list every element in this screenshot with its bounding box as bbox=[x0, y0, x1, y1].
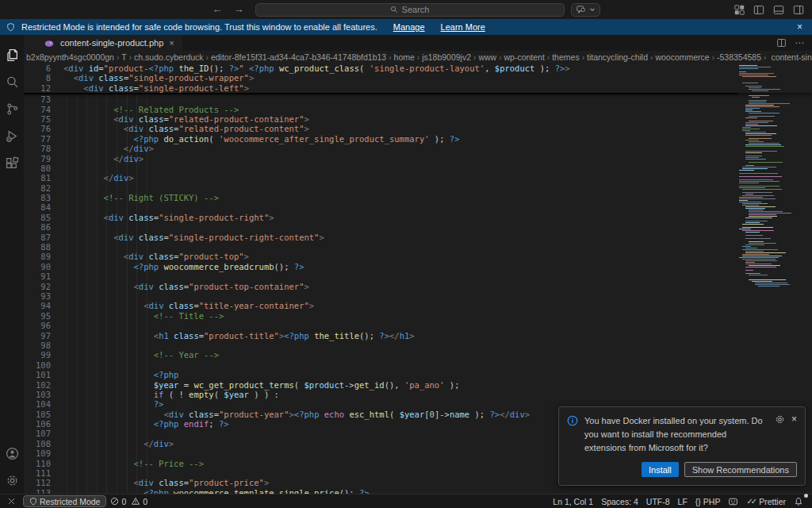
notification-toast: You have Docker installed on your system… bbox=[558, 406, 806, 486]
line-number: 79 bbox=[24, 154, 51, 164]
breadcrumb-item[interactable]: ch.sudo.cyberduck bbox=[134, 52, 204, 62]
notification-message: You have Docker installed on your system… bbox=[584, 414, 770, 455]
code-line: 84 bbox=[24, 202, 812, 212]
extensions-icon[interactable] bbox=[0, 149, 24, 176]
remote-icon bbox=[7, 497, 16, 506]
cursor-position-status[interactable]: Ln 1, Col 1 bbox=[549, 495, 597, 508]
customize-layout-icon[interactable] bbox=[734, 5, 745, 15]
line-number: 88 bbox=[24, 242, 51, 252]
breadcrumb-item[interactable]: T bbox=[121, 52, 126, 62]
line-number: 82 bbox=[24, 183, 51, 193]
split-editor-icon[interactable] bbox=[776, 38, 787, 48]
line-number: 74 bbox=[24, 105, 51, 114]
code-line: 82 bbox=[24, 183, 812, 193]
code-line: 97 <h1 class="product-title"><?php the_t… bbox=[24, 331, 812, 341]
eol-status[interactable]: LF bbox=[674, 495, 691, 508]
language-mode-status[interactable]: {} PHP bbox=[691, 495, 725, 508]
tab-content-single-product[interactable]: content-single-product.php × bbox=[24, 35, 182, 51]
notifications-bell[interactable] bbox=[790, 495, 807, 508]
toggle-secondary-sidebar-icon[interactable] bbox=[793, 5, 804, 15]
command-center-search[interactable]: Search bbox=[255, 3, 565, 17]
notification-dot bbox=[804, 494, 808, 498]
line-number: 102 bbox=[24, 380, 51, 390]
toggle-primary-sidebar-icon[interactable] bbox=[753, 5, 764, 15]
breadcrumb-item[interactable]: -538354585 bbox=[717, 52, 761, 62]
line-number: 87 bbox=[24, 233, 51, 242]
line-number: 75 bbox=[24, 114, 51, 124]
breadcrumb-separator: › bbox=[650, 53, 653, 62]
restricted-mode-label: Restricted Mode bbox=[40, 497, 100, 506]
line-number: 98 bbox=[24, 341, 51, 350]
code-line: 100 bbox=[24, 360, 812, 370]
code-line: 102 $year = wc_get_product_terms( $produ… bbox=[24, 380, 812, 390]
code-line: 93 bbox=[24, 291, 812, 301]
line-number: 77 bbox=[24, 134, 51, 144]
line-number: 99 bbox=[24, 350, 51, 360]
chevron-down-icon bbox=[589, 6, 596, 13]
shield-icon bbox=[29, 497, 37, 506]
problems-status[interactable]: 0 0 bbox=[106, 495, 151, 508]
nav-back-icon[interactable]: ← bbox=[213, 3, 223, 16]
remote-indicator[interactable] bbox=[3, 495, 20, 508]
banner-close-icon[interactable]: × bbox=[794, 21, 806, 33]
breadcrumb-separator: › bbox=[129, 53, 132, 62]
search-sidebar-icon[interactable] bbox=[0, 68, 24, 95]
code-line: 77 <?php do_action( 'woocommerce_after_s… bbox=[24, 134, 812, 144]
shield-icon bbox=[6, 22, 15, 32]
bell-icon bbox=[794, 497, 803, 506]
code-line: 86 bbox=[24, 222, 812, 232]
toggle-panel-icon[interactable] bbox=[773, 5, 784, 15]
banner-manage-link[interactable]: Manage bbox=[393, 22, 425, 32]
breadcrumb-item[interactable]: themes bbox=[552, 52, 579, 62]
settings-gear-icon[interactable] bbox=[0, 467, 24, 494]
info-icon bbox=[567, 415, 578, 426]
nav-forward-icon[interactable]: → bbox=[234, 3, 244, 16]
breadcrumb-item[interactable]: wp-content bbox=[504, 52, 544, 62]
notification-gear-icon[interactable] bbox=[775, 414, 785, 425]
code-line: 76 <div class="related-product-content"> bbox=[24, 124, 812, 133]
line-number: 109 bbox=[24, 448, 51, 458]
show-recommendations-button[interactable]: Show Recommendations bbox=[684, 462, 797, 477]
editor-more-actions-icon[interactable]: ⋯ bbox=[795, 37, 804, 48]
breadcrumb-item[interactable]: b2x8pyynth4sgc0000gn bbox=[26, 52, 114, 62]
restricted-mode-status[interactable]: Restricted Mode bbox=[23, 495, 106, 507]
line-number: 113 bbox=[24, 488, 51, 494]
tab-close-icon[interactable]: × bbox=[167, 38, 175, 48]
tab-label: content-single-product.php bbox=[60, 38, 163, 48]
code-line: 83 <!-- Right (STICKY) --> bbox=[24, 193, 812, 202]
line-number: 89 bbox=[24, 252, 51, 261]
search-icon bbox=[390, 6, 398, 13]
minimap[interactable] bbox=[737, 65, 812, 303]
breadcrumb-item[interactable]: js18b9009jv2 bbox=[422, 52, 471, 62]
breadcrumb-item[interactable]: www bbox=[478, 52, 496, 62]
code-line: 99 <!-- Year --> bbox=[24, 350, 812, 360]
explorer-icon[interactable] bbox=[0, 41, 24, 68]
breadcrumb-separator: › bbox=[499, 53, 501, 62]
indentation-status[interactable]: Spaces: 4 bbox=[597, 495, 642, 508]
breadcrumb-item[interactable]: content-single-pr bbox=[771, 52, 812, 62]
copilot-menu[interactable] bbox=[571, 3, 600, 17]
encoding-status[interactable]: UTF-8 bbox=[642, 495, 674, 508]
breadcrumb-item[interactable]: editor-8fe15f31-ad34-4ca7-b346-41748bfd1… bbox=[211, 52, 386, 62]
line-number: 108 bbox=[24, 439, 51, 448]
banner-text: Restricted Mode is intended for safe cod… bbox=[21, 22, 377, 32]
code-editor[interactable]: 6<div id="product-<?php the_ID(); ?>" <?… bbox=[24, 64, 812, 494]
tab-bar: content-single-product.php × ⋯ bbox=[24, 35, 812, 51]
search-label: Search bbox=[402, 5, 430, 14]
breadcrumb-item[interactable]: titancycling-child bbox=[587, 52, 648, 62]
breadcrumb-item[interactable]: home bbox=[394, 52, 415, 62]
breadcrumb-separator: › bbox=[582, 53, 584, 62]
install-button[interactable]: Install bbox=[642, 462, 679, 477]
feedback-status[interactable] bbox=[724, 495, 742, 508]
source-control-icon[interactable] bbox=[0, 95, 24, 122]
banner-learn-more-link[interactable]: Learn More bbox=[441, 22, 485, 32]
prettier-status[interactable]: ✓✓ Prettier bbox=[742, 495, 790, 508]
code-line: 87 <div class="single-product-right-cont… bbox=[24, 233, 812, 242]
breadcrumb-item[interactable]: woocommerce bbox=[655, 52, 709, 62]
code-line: 89 <div class="product-top"> bbox=[24, 252, 812, 261]
notification-close-icon[interactable]: × bbox=[791, 414, 797, 424]
code-line: 74 <!-- Related Products --> bbox=[24, 105, 812, 114]
line-number: 76 bbox=[24, 124, 51, 133]
accounts-icon[interactable] bbox=[0, 440, 24, 467]
run-debug-icon[interactable] bbox=[0, 122, 24, 149]
